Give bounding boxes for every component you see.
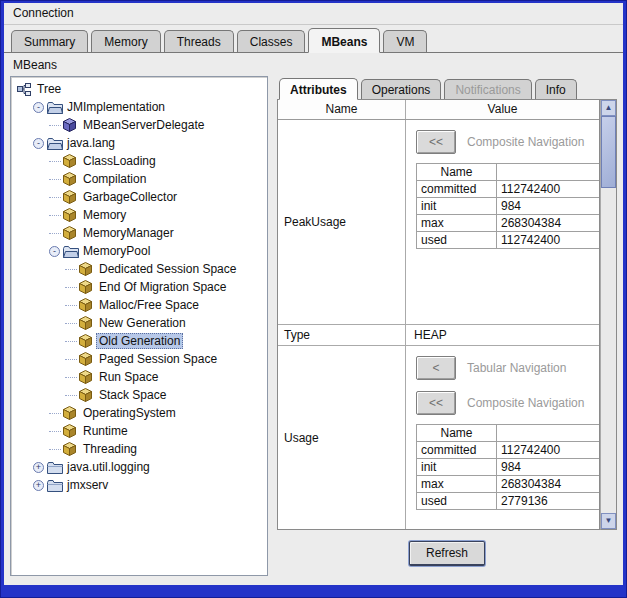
tree-connector-line xyxy=(65,287,77,288)
tree-item-garbagecollector[interactable]: GarbageCollector xyxy=(13,188,267,206)
nested-row[interactable]: max268304384 xyxy=(417,476,600,493)
folder-open-icon xyxy=(47,101,64,114)
tree-item-label: JMImplementation xyxy=(64,100,168,114)
tree-item-new-generation[interactable]: New Generation xyxy=(13,314,267,332)
tab-classes[interactable]: Classes xyxy=(237,30,306,52)
tree-item-memorypool[interactable]: -MemoryPool xyxy=(13,242,267,260)
mbean-icon xyxy=(63,172,80,186)
tree-item-java-util-logging[interactable]: +java.util.logging xyxy=(13,458,267,476)
mbean-icon xyxy=(79,262,96,276)
nested-row[interactable]: max268304384 xyxy=(417,215,600,232)
tab-memory[interactable]: Memory xyxy=(91,30,160,52)
collapse-handle-icon[interactable]: - xyxy=(49,246,60,257)
tree-connector-line xyxy=(49,413,61,414)
scroll-up-button[interactable]: ▲ xyxy=(601,100,616,116)
tab-attributes[interactable]: Attributes xyxy=(279,78,358,100)
nested-header-name: Name xyxy=(417,425,497,442)
tree-item-memory[interactable]: Memory xyxy=(13,206,267,224)
mbean-icon xyxy=(63,208,80,222)
nested-row[interactable]: init984 xyxy=(417,198,600,215)
mbean-icon xyxy=(79,298,96,312)
refresh-button[interactable]: Refresh xyxy=(409,541,485,566)
tree-item-stack-space[interactable]: Stack Space xyxy=(13,386,267,404)
nested-attr-value: 268304384 xyxy=(497,476,600,493)
nested-row[interactable]: used2779136 xyxy=(417,493,600,510)
collapse-handle-icon[interactable]: - xyxy=(33,138,44,149)
mbean-detail-panel: Attributes Operations Notifications Info… xyxy=(277,76,617,576)
tree-connector-line xyxy=(65,359,77,360)
nested-attr-name: committed xyxy=(417,442,497,459)
tab-operations[interactable]: Operations xyxy=(361,79,442,99)
tree-item-label: java.lang xyxy=(64,136,118,150)
menu-bar: Connection xyxy=(4,3,623,25)
tree-item-malloc-free-space[interactable]: Malloc/Free Space xyxy=(13,296,267,314)
tree-item-label: Runtime xyxy=(80,424,131,438)
refresh-row: Refresh xyxy=(277,530,617,576)
nested-row[interactable]: init984 xyxy=(417,459,600,476)
composite-navigation-button[interactable]: << xyxy=(416,130,456,154)
composite-navigation-label: Composite Navigation xyxy=(467,135,584,149)
composite-navigation-label: Composite Navigation xyxy=(467,396,584,410)
tree-item-old-generation[interactable]: Old Generation xyxy=(13,332,267,350)
nested-attr-name: max xyxy=(417,215,497,232)
tabular-navigation-label: Tabular Navigation xyxy=(467,361,566,375)
tree-item-label: Tree xyxy=(34,82,64,96)
tree-item-label: MemoryPool xyxy=(80,244,153,258)
tab-summary[interactable]: Summary xyxy=(11,30,88,52)
expand-handle-icon[interactable]: + xyxy=(33,462,44,473)
usage-composite-table: Name committed112742400init984max2683043… xyxy=(416,424,599,510)
expand-handle-icon[interactable]: + xyxy=(33,480,44,491)
tree-item-mbeanserverdelegate[interactable]: MBeanServerDelegate xyxy=(13,116,267,134)
mbean-icon xyxy=(63,190,80,204)
tree-item-runtime[interactable]: Runtime xyxy=(13,422,267,440)
tree-item-classloading[interactable]: ClassLoading xyxy=(13,152,267,170)
attr-row-usage[interactable]: Usage < Tabular Navigation << Composite … xyxy=(278,346,599,529)
scrollbar-thumb[interactable] xyxy=(601,116,616,188)
nested-header-value xyxy=(497,164,600,181)
collapse-handle-icon[interactable]: - xyxy=(33,102,44,113)
tree-connector-line xyxy=(65,341,77,342)
mbean-tree[interactable]: Tree-JMImplementationMBeanServerDelegate… xyxy=(10,76,268,576)
composite-navigation-button[interactable]: << xyxy=(416,391,456,415)
tree-item-paged-session-space[interactable]: Paged Session Space xyxy=(13,350,267,368)
tree-item-compilation[interactable]: Compilation xyxy=(13,170,267,188)
nested-attr-name: used xyxy=(417,493,497,510)
connection-menu[interactable]: Connection xyxy=(13,6,74,20)
tree-item-tree[interactable]: Tree xyxy=(13,80,267,98)
scrollbar-track[interactable] xyxy=(601,116,616,513)
tree-root-icon xyxy=(17,83,34,96)
nested-row[interactable]: committed112742400 xyxy=(417,181,600,198)
tree-item-threading[interactable]: Threading xyxy=(13,440,267,458)
nested-row[interactable]: used112742400 xyxy=(417,232,600,249)
mbean-icon xyxy=(63,406,80,420)
nested-attr-name: init xyxy=(417,198,497,215)
tree-item-end-of-migration-space[interactable]: End Of Migration Space xyxy=(13,278,267,296)
tree-item-operatingsystem[interactable]: OperatingSystem xyxy=(13,404,267,422)
tree-item-jmimplementation[interactable]: -JMImplementation xyxy=(13,98,267,116)
tab-mbeans[interactable]: MBeans xyxy=(308,28,380,53)
scroll-down-button[interactable]: ▼ xyxy=(601,513,616,529)
tab-vm[interactable]: VM xyxy=(383,30,427,52)
tree-item-label: Run Space xyxy=(96,370,161,384)
tree-item-run-space[interactable]: Run Space xyxy=(13,368,267,386)
window-frame: Connection Summary Memory Threads Classe… xyxy=(0,0,627,598)
split-divider[interactable] xyxy=(268,76,277,576)
attributes-table: Name Value PeakUsage << Composite Naviga… xyxy=(277,100,600,530)
tree-item-jmxserv[interactable]: +jmxserv xyxy=(13,476,267,494)
tab-threads[interactable]: Threads xyxy=(164,30,234,52)
vertical-scrollbar[interactable]: ▲ ▼ xyxy=(600,100,617,530)
tree-item-memorymanager[interactable]: MemoryManager xyxy=(13,224,267,242)
nested-header-row: Name xyxy=(417,164,600,181)
mbean-icon xyxy=(63,154,80,168)
mbean-icon xyxy=(79,334,96,348)
tabular-navigation-button[interactable]: < xyxy=(416,356,456,380)
tree-item-dedicated-session-space[interactable]: Dedicated Session Space xyxy=(13,260,267,278)
tab-info[interactable]: Info xyxy=(535,79,577,99)
tree-item-label: jmxserv xyxy=(64,478,111,492)
mbean-icon xyxy=(79,388,96,402)
tree-item-java-lang[interactable]: -java.lang xyxy=(13,134,267,152)
attr-row-peakusage[interactable]: PeakUsage << Composite Navigation xyxy=(278,120,599,325)
nested-row[interactable]: committed112742400 xyxy=(417,442,600,459)
folder-open-icon xyxy=(63,245,80,258)
attr-row-type[interactable]: Type HEAP xyxy=(278,325,599,346)
